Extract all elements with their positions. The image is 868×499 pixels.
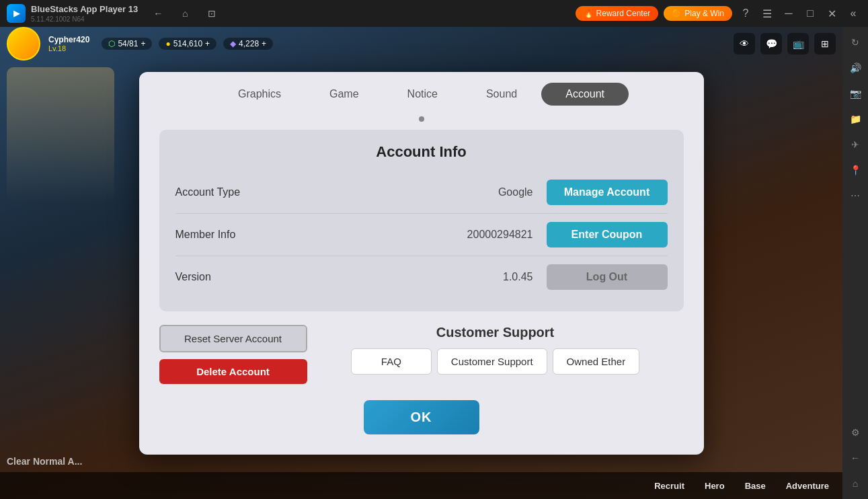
version-label: Version [175,271,283,283]
account-type-label: Account Type [175,186,283,198]
home-button[interactable]: ⌂ [175,4,194,23]
app-subtitle: 5.11.42.1002 N64 [31,15,138,23]
tab-notice[interactable]: Notice [383,83,462,106]
account-info-panel: Account Info Account Type Google Manage … [159,130,684,311]
tab-dot [419,116,424,122]
sidebar-back-icon[interactable]: ← [845,448,865,468]
bluestacks-topbar: ▶ BlueStacks App Player 13 5.11.42.1002 … [0,0,868,27]
collapse-icon[interactable]: « [845,5,861,22]
panel-title: Account Info [175,143,668,161]
app-title: BlueStacks App Player 13 [31,4,138,14]
delete-account-button[interactable]: Delete Account [159,359,307,384]
sidebar-home-icon[interactable]: ⌂ [845,473,865,494]
bluestacks-logo: ▶ [7,4,26,23]
play-win-button[interactable]: 🟠 Play & Win [664,6,732,21]
tab-indicator [139,112,704,124]
reset-server-account-button[interactable]: Reset Server Account [159,325,307,352]
minimize-icon[interactable]: ─ [781,5,797,22]
reward-center-button[interactable]: 🔥 Reward Center [576,6,659,21]
customer-support-section: Customer Support FAQ Customer Support Ow… [307,325,684,375]
sidebar-settings-icon[interactable]: ⚙ [845,422,865,443]
manage-account-button[interactable]: Manage Account [547,180,668,205]
customer-support-button[interactable]: Customer Support [437,348,547,375]
sidebar-more-icon[interactable]: ⋯ [845,186,865,206]
customer-support-buttons: FAQ Customer Support Owned Ether [351,348,639,375]
enter-coupon-button[interactable]: Enter Coupon [547,222,668,247]
maximize-icon[interactable]: □ [802,5,818,22]
modal-tabs: Graphics Game Notice Sound Account [139,72,704,111]
version-value: 1.0.45 [283,271,547,283]
faq-button[interactable]: FAQ [351,348,432,375]
sidebar-plane-icon[interactable]: ✈ [845,135,865,155]
right-sidebar: ↻ 🔊 📷 📁 ✈ 📍 ⋯ ⚙ ← ⌂ [842,27,868,499]
settings-modal: Graphics Game Notice Sound Account Accou… [139,72,704,455]
sidebar-camera-icon[interactable]: 📷 [845,83,865,104]
left-actions: Reset Server Account Delete Account [159,325,307,384]
member-info-value: 20000294821 [283,229,547,241]
sidebar-folder-icon[interactable]: 📁 [845,109,865,129]
close-icon[interactable]: ✕ [824,5,840,22]
ok-section: OK [139,400,704,434]
game-area: Cypher420 Lv.18 ⬡ 54/81 + ● 514,610 + ◆ … [0,27,842,499]
version-row: Version 1.0.45 Log Out [175,256,668,298]
modal-overlay: Graphics Game Notice Sound Account Accou… [0,27,842,499]
ok-button[interactable]: OK [364,400,479,434]
help-icon[interactable]: ? [738,5,754,22]
member-info-label: Member Info [175,229,283,241]
tab-sound[interactable]: Sound [462,83,541,106]
tab-game[interactable]: Game [305,83,383,106]
tabs-button[interactable]: ⊡ [202,4,221,23]
nav-buttons: ← ⌂ ⊡ [149,4,221,23]
member-info-row: Member Info 20000294821 Enter Coupon [175,214,668,256]
logout-button[interactable]: Log Out [547,264,668,290]
back-button[interactable]: ← [149,4,167,23]
sidebar-refresh-icon[interactable]: ↻ [845,32,865,52]
customer-support-title: Customer Support [436,325,555,340]
account-type-row: Account Type Google Manage Account [175,171,668,214]
menu-icon[interactable]: ☰ [759,5,775,22]
account-type-value: Google [283,186,547,198]
tab-graphics[interactable]: Graphics [214,83,305,106]
bottom-section: Reset Server Account Delete Account Cust… [139,311,704,384]
sidebar-location-icon[interactable]: 📍 [845,160,865,180]
owned-ether-button[interactable]: Owned Ether [553,348,640,375]
sidebar-volume-icon[interactable]: 🔊 [845,58,865,78]
tab-account[interactable]: Account [541,83,629,106]
